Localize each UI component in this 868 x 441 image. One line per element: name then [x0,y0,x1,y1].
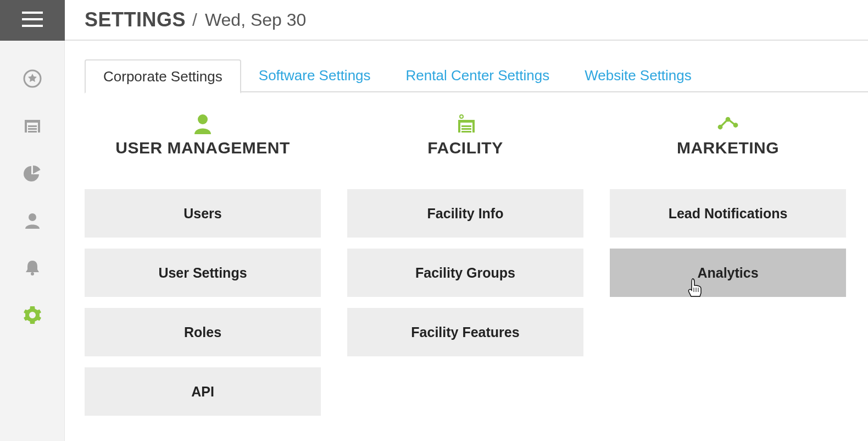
tab-label: Corporate Settings [103,68,222,85]
svg-point-11 [31,272,34,275]
link-lead-notifications[interactable]: Lead Notifications [610,189,846,238]
section-title: USER MANAGEMENT [115,139,290,157]
link-label: Roles [184,324,221,340]
svg-rect-7 [28,125,37,127]
link-label: Facility Groups [415,265,515,281]
header-separator: / [192,10,197,30]
sidebar-item-reports[interactable] [22,163,43,184]
sidebar-item-notifications[interactable] [22,257,43,278]
bell-icon [23,258,42,277]
svg-rect-16 [461,125,471,127]
user-icon [23,211,42,230]
link-facility-features[interactable]: Facility Features [347,308,583,356]
link-users[interactable]: Users [85,189,321,238]
section-facility: FACILITY Facility Info Facility Groups F… [347,111,583,416]
tab-software-settings[interactable]: Software Settings [241,58,388,92]
section-links: Users User Settings Roles API [85,189,321,416]
svg-rect-8 [28,128,37,130]
link-label: Facility Features [411,324,519,340]
svg-rect-18 [461,131,471,133]
page-title: SETTINGS [85,8,186,31]
link-analytics[interactable]: Analytics [610,249,846,297]
pie-chart-icon [23,164,42,183]
tab-website-settings[interactable]: Website Settings [567,58,709,92]
sidebar-nav [0,41,64,326]
svg-line-22 [722,121,727,126]
link-label: Lead Notifications [669,206,788,222]
svg-rect-6 [38,123,40,133]
menu-toggle-button[interactable] [0,0,65,41]
sidebar-item-facilities[interactable] [22,115,43,136]
section-links: Lead Notifications Analytics [610,189,846,297]
user-management-icon [191,111,214,135]
svg-rect-4 [25,120,40,123]
svg-rect-13 [458,120,475,123]
marketing-icon [716,111,739,135]
facility-icon [454,111,477,135]
tab-label: Website Settings [585,67,692,84]
svg-rect-5 [25,123,27,133]
link-user-settings[interactable]: User Settings [85,249,321,297]
tab-label: Software Settings [259,67,371,84]
link-label: API [191,384,214,400]
link-api[interactable]: API [85,367,321,416]
link-roles[interactable]: Roles [85,308,321,356]
svg-rect-9 [28,131,37,133]
settings-tabs: Corporate Settings Software Settings Ren… [85,58,868,92]
svg-rect-17 [461,128,471,130]
link-facility-info[interactable]: Facility Info [347,189,583,238]
section-marketing: MARKETING Lead Notifications Analytics [610,111,846,416]
star-circle-icon [23,69,42,88]
tab-corporate-settings[interactable]: Corporate Settings [85,59,241,93]
link-label: Users [183,206,222,222]
link-label: User Settings [158,265,247,281]
section-links: Facility Info Facility Groups Facility F… [347,189,583,356]
main-content: Corporate Settings Software Settings Ren… [65,41,868,441]
settings-sections: USER MANAGEMENT Users User Settings Role… [85,111,868,416]
hamburger-icon [21,10,44,30]
sidebar-item-settings[interactable] [22,305,43,326]
tab-rental-center-settings[interactable]: Rental Center Settings [388,58,567,92]
svg-rect-14 [458,123,460,133]
link-facility-groups[interactable]: Facility Groups [347,249,583,297]
link-label: Facility Info [427,206,504,222]
svg-line-23 [730,120,735,124]
sidebar [0,0,65,441]
header: SETTINGS / Wed, Sep 30 [65,0,868,41]
section-title: FACILITY [427,139,503,157]
garage-icon [23,117,42,135]
sidebar-item-users[interactable] [22,210,43,231]
tab-label: Rental Center Settings [406,67,550,84]
header-date: Wed, Sep 30 [205,10,306,30]
gear-icon [23,306,42,324]
link-label: Analytics [697,265,758,281]
svg-point-12 [198,114,208,124]
section-title: MARKETING [677,139,779,157]
sidebar-item-star[interactable] [22,68,43,89]
section-user-management: USER MANAGEMENT Users User Settings Role… [85,111,321,416]
svg-rect-15 [472,123,475,133]
svg-point-10 [29,213,36,221]
